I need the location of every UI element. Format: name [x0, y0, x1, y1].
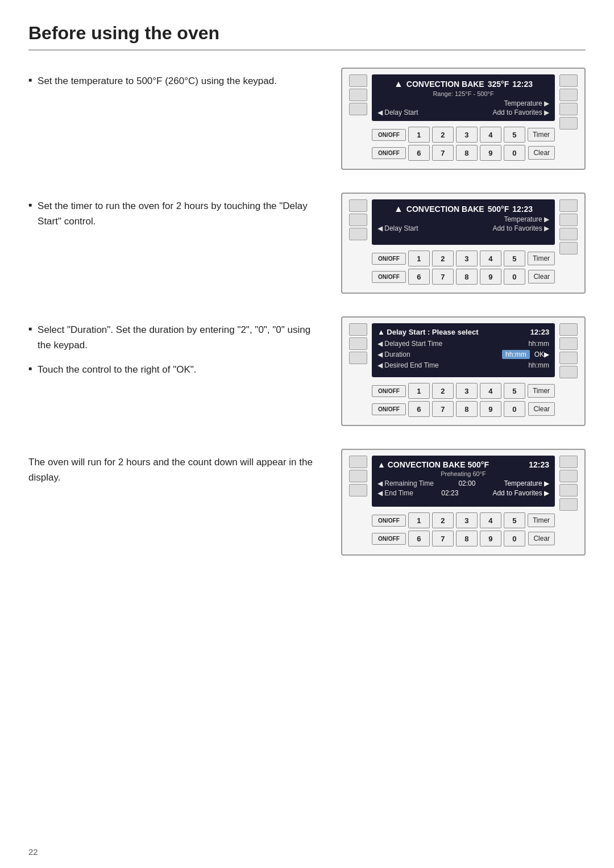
- num-btn-4-9[interactable]: 9: [480, 531, 501, 546]
- clear-btn-1[interactable]: Clear: [528, 146, 555, 160]
- num-btn-1-2[interactable]: 2: [432, 127, 454, 143]
- num-btn-4-7[interactable]: 7: [432, 531, 454, 546]
- num-btn-3-3[interactable]: 3: [456, 383, 478, 399]
- ds-row-label-1[interactable]: ◀ Duration: [377, 350, 410, 358]
- num-btn-3-8[interactable]: 8: [456, 401, 478, 417]
- section-4-para: The oven will run for 2 hours and the co…: [28, 454, 324, 485]
- left-btn-3-1[interactable]: [349, 323, 367, 336]
- left-btn-2[interactable]: [349, 89, 367, 101]
- num-btn-4-2[interactable]: 2: [432, 512, 454, 528]
- num-btn-4-3[interactable]: 3: [456, 512, 478, 528]
- num-btn-4-5[interactable]: 5: [504, 512, 525, 528]
- delay-start-1[interactable]: ◀ Delay Start: [377, 108, 418, 116]
- timer-btn-1[interactable]: Timer: [528, 128, 555, 141]
- num-btn-3-1[interactable]: 1: [408, 383, 430, 399]
- bottom-row-2: ◀ Delay Start Add to Favorites ▶: [377, 224, 549, 232]
- mode-label-2: CONVECTION BAKE: [406, 205, 484, 214]
- right-btn-2-2[interactable]: [559, 214, 578, 226]
- right-btn-3-4[interactable]: [559, 366, 578, 378]
- ds-row-label-0[interactable]: ◀ Delayed Start Time: [377, 340, 442, 348]
- num-btn-2-3[interactable]: 3: [456, 251, 478, 266]
- clear-btn-4[interactable]: Clear: [528, 532, 555, 545]
- num-btn-4-4[interactable]: 4: [480, 512, 501, 528]
- num-btn-1-6[interactable]: 6: [408, 145, 430, 161]
- left-btn-3-2[interactable]: [349, 337, 367, 350]
- num-btn-3-2[interactable]: 2: [432, 383, 454, 399]
- num-btn-1-9[interactable]: 9: [480, 145, 501, 161]
- num-btn-4-1[interactable]: 1: [408, 512, 430, 528]
- onoff-btn-1b[interactable]: ON/OFF: [372, 147, 406, 159]
- onoff-btn-2a[interactable]: ON/OFF: [372, 253, 406, 265]
- num-btn-2-4[interactable]: 4: [480, 251, 501, 266]
- left-btn-1[interactable]: [349, 74, 367, 87]
- timer-btn-4[interactable]: Timer: [528, 514, 555, 527]
- right-btn-3-1[interactable]: [559, 323, 578, 336]
- delay-start-2[interactable]: ◀ Delay Start: [377, 224, 418, 232]
- num-btn-2-5[interactable]: 5: [504, 251, 525, 266]
- right-btn-1-1[interactable]: [559, 74, 578, 87]
- num-btn-2-2[interactable]: 2: [432, 251, 454, 266]
- num-btn-2-1[interactable]: 1: [408, 251, 430, 266]
- num-btn-1-5[interactable]: 5: [504, 127, 525, 143]
- num-btn-4-6[interactable]: 6: [408, 531, 430, 546]
- clear-btn-3[interactable]: Clear: [528, 402, 555, 416]
- left-btn-2-3[interactable]: [349, 228, 367, 240]
- add-favorites-2[interactable]: Add to Favorites ▶: [492, 224, 549, 232]
- add-favorites-1[interactable]: Add to Favorites ▶: [492, 108, 549, 116]
- right-btn-2-3[interactable]: [559, 228, 578, 240]
- num-btn-2-8[interactable]: 8: [456, 269, 478, 285]
- right-btn-4-4[interactable]: [559, 498, 578, 511]
- left-btn-3-3[interactable]: [349, 352, 367, 364]
- onoff-btn-4a[interactable]: ON/OFF: [372, 515, 406, 527]
- right-btn-2-4[interactable]: [559, 242, 578, 254]
- left-btn-4-1[interactable]: [349, 456, 367, 468]
- onoff-btn-2b[interactable]: ON/OFF: [372, 271, 406, 283]
- right-btn-4-2[interactable]: [559, 470, 578, 482]
- num-btn-3-4[interactable]: 4: [480, 383, 501, 399]
- onoff-btn-3b[interactable]: ON/OFF: [372, 403, 406, 415]
- right-btn-1-3[interactable]: [559, 103, 578, 115]
- num-btn-2-7[interactable]: 7: [432, 269, 454, 285]
- right-btn-1-2[interactable]: [559, 89, 578, 101]
- clear-btn-2[interactable]: Clear: [528, 270, 555, 283]
- num-btn-3-9[interactable]: 9: [480, 401, 501, 417]
- right-btn-3-2[interactable]: [559, 337, 578, 350]
- add-favorites-4[interactable]: Add to Favorites ▶: [492, 489, 549, 497]
- num-btn-3-6[interactable]: 6: [408, 401, 430, 417]
- num-btn-4-0[interactable]: 0: [504, 531, 525, 546]
- timer-btn-3[interactable]: Timer: [528, 384, 555, 398]
- num-btn-2-0[interactable]: 0: [504, 269, 525, 285]
- right-btn-4-1[interactable]: [559, 456, 578, 468]
- num-btn-1-7[interactable]: 7: [432, 145, 454, 161]
- num-btn-3-0[interactable]: 0: [504, 401, 525, 417]
- left-btn-3[interactable]: [349, 103, 367, 115]
- right-btn-4-3[interactable]: [559, 484, 578, 496]
- num-btn-2-9[interactable]: 9: [480, 269, 501, 285]
- ds-ok-btn[interactable]: OK▶: [534, 350, 549, 358]
- onoff-btn-4b[interactable]: ON/OFF: [372, 533, 406, 545]
- num-btn-2-6[interactable]: 6: [408, 269, 430, 285]
- oven-panel-4: ▲ CONVECTION BAKE 500°F 12:23 Preheating…: [341, 449, 586, 556]
- left-btn-4-2[interactable]: [349, 470, 367, 482]
- left-btn-2-1[interactable]: [349, 199, 367, 212]
- num-btn-1-1[interactable]: 1: [408, 127, 430, 143]
- right-btn-2-1[interactable]: [559, 199, 578, 212]
- num-btn-1-0[interactable]: 0: [504, 145, 525, 161]
- delay-select-title: ▲ Delay Start : Please select: [377, 328, 479, 336]
- timer-btn-2[interactable]: Timer: [528, 252, 555, 265]
- onoff-btn-3a[interactable]: ON/OFF: [372, 385, 406, 397]
- side-buttons-left-1: [349, 74, 367, 163]
- num-btn-1-4[interactable]: 4: [480, 127, 501, 143]
- left-btn-2-2[interactable]: [349, 214, 367, 226]
- onoff-btn-1a[interactable]: ON/OFF: [372, 129, 406, 141]
- num-btn-3-5[interactable]: 5: [504, 383, 525, 399]
- left-btn-4-3[interactable]: [349, 484, 367, 496]
- end-value-4: 02:23: [441, 489, 458, 497]
- num-btn-4-8[interactable]: 8: [456, 531, 478, 546]
- num-btn-1-3[interactable]: 3: [456, 127, 478, 143]
- num-btn-1-8[interactable]: 8: [456, 145, 478, 161]
- num-btn-3-7[interactable]: 7: [432, 401, 454, 417]
- ds-row-label-2[interactable]: ◀ Desired End Time: [377, 361, 439, 369]
- right-btn-1-4[interactable]: [559, 117, 578, 130]
- right-btn-3-3[interactable]: [559, 352, 578, 364]
